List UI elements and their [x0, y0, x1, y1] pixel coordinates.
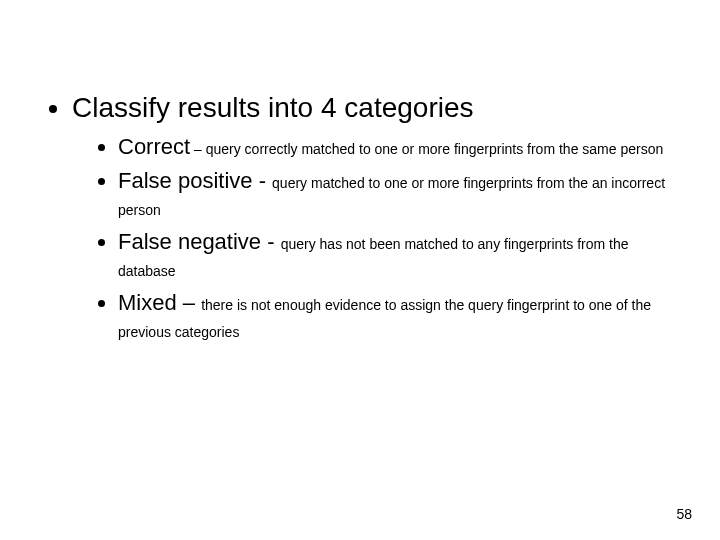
separator: –: [190, 141, 206, 157]
heading-text: Classify results into 4 categories: [72, 92, 474, 123]
page-number: 58: [676, 506, 692, 522]
list-item: False positive - query matched to one or…: [118, 167, 690, 222]
list-item: False negative - query has not been matc…: [118, 228, 690, 283]
separator: -: [253, 168, 273, 193]
list-item: Mixed – there is not enough evidence to …: [118, 289, 690, 344]
term: False negative: [118, 229, 261, 254]
separator: -: [261, 229, 281, 254]
description: query correctly matched to one or more f…: [206, 141, 664, 157]
slide: Classify results into 4 categories Corre…: [0, 0, 720, 540]
term: False positive: [118, 168, 253, 193]
heading-item: Classify results into 4 categories Corre…: [72, 90, 690, 344]
list-item: Correct – query correctly matched to one…: [118, 133, 690, 161]
outer-list: Classify results into 4 categories Corre…: [30, 90, 690, 344]
inner-list: Correct – query correctly matched to one…: [72, 133, 690, 344]
separator: –: [177, 290, 201, 315]
term: Correct: [118, 134, 190, 159]
term: Mixed: [118, 290, 177, 315]
